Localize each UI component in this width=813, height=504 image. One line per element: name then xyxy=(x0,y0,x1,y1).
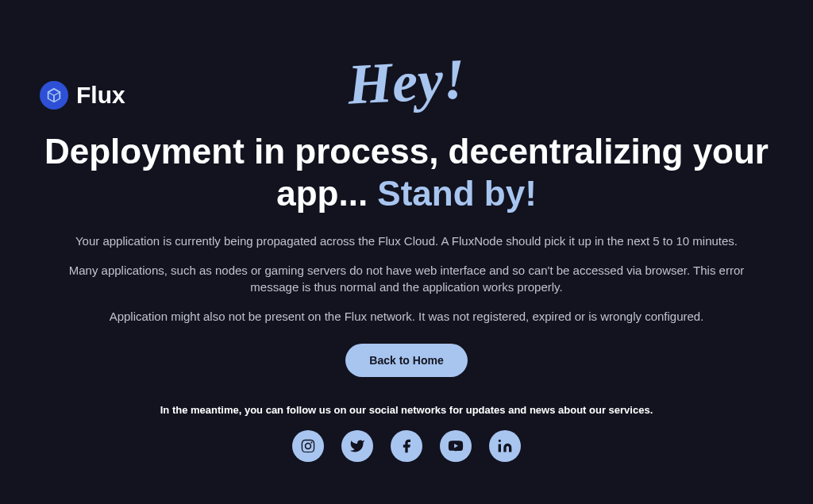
logo-text: Flux xyxy=(76,82,125,109)
flux-logo-icon xyxy=(40,81,68,110)
description-1: Your application is currently being prop… xyxy=(41,233,772,249)
back-to-home-button[interactable]: Back to Home xyxy=(345,344,467,377)
logo[interactable]: Flux xyxy=(40,81,125,110)
main-content: Hey! Deployment in process, decentralizi… xyxy=(41,0,772,462)
twitter-icon[interactable] xyxy=(341,430,373,462)
linkedin-icon[interactable] xyxy=(489,430,521,462)
description-3: Application might also not be present on… xyxy=(41,308,772,325)
description-2: Many applications, such as nodes or gami… xyxy=(41,262,772,295)
hey-greeting: Hey! xyxy=(346,46,467,118)
social-icons-container xyxy=(41,430,772,462)
facebook-icon[interactable] xyxy=(391,430,422,462)
main-heading: Deployment in process, decentralizing yo… xyxy=(41,131,772,215)
social-text: In the meantime, you can follow us on ou… xyxy=(41,404,772,416)
social-section: In the meantime, you can follow us on ou… xyxy=(41,404,772,462)
youtube-icon[interactable] xyxy=(440,430,472,462)
instagram-icon[interactable] xyxy=(292,430,324,462)
heading-standby: Stand by! xyxy=(377,174,536,213)
